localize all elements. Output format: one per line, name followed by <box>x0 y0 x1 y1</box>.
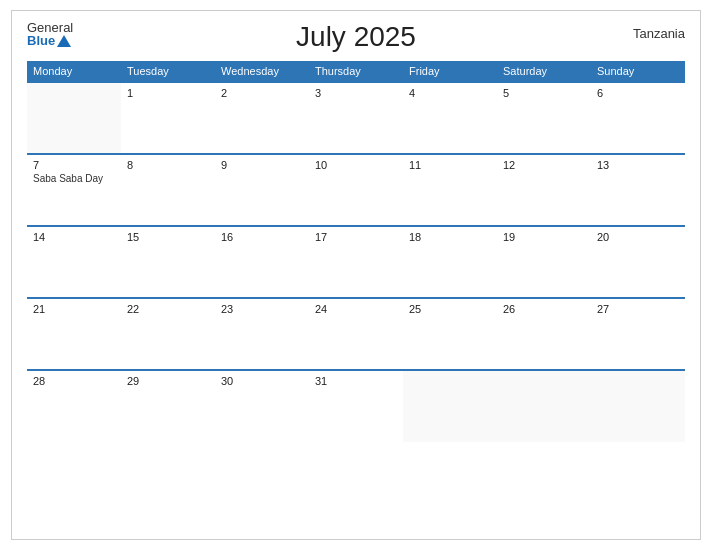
calendar-header: General Blue July 2025 Tanzania <box>27 21 685 53</box>
calendar-cell: 28 <box>27 370 121 442</box>
calendar-week-row: 28293031 <box>27 370 685 442</box>
day-number: 14 <box>33 231 115 243</box>
calendar-cell: 13 <box>591 154 685 226</box>
day-number: 28 <box>33 375 115 387</box>
day-number: 16 <box>221 231 303 243</box>
day-number: 26 <box>503 303 585 315</box>
calendar-cell: 6 <box>591 82 685 154</box>
col-thursday: Thursday <box>309 61 403 82</box>
logo-triangle-icon <box>57 35 71 47</box>
calendar-week-row: 7Saba Saba Day8910111213 <box>27 154 685 226</box>
calendar-cell: 25 <box>403 298 497 370</box>
calendar-cell: 30 <box>215 370 309 442</box>
col-wednesday: Wednesday <box>215 61 309 82</box>
calendar-cell: 8 <box>121 154 215 226</box>
calendar-cell: 19 <box>497 226 591 298</box>
day-number: 3 <box>315 87 397 99</box>
calendar-cell <box>27 82 121 154</box>
col-monday: Monday <box>27 61 121 82</box>
calendar-cell <box>591 370 685 442</box>
month-title: July 2025 <box>296 21 416 53</box>
day-number: 27 <box>597 303 679 315</box>
day-number: 31 <box>315 375 397 387</box>
calendar-cell: 20 <box>591 226 685 298</box>
day-number: 21 <box>33 303 115 315</box>
calendar-cell: 12 <box>497 154 591 226</box>
calendar-cell: 14 <box>27 226 121 298</box>
logo-blue-text: Blue <box>27 34 73 47</box>
day-number: 23 <box>221 303 303 315</box>
calendar-cell: 21 <box>27 298 121 370</box>
calendar-cell: 27 <box>591 298 685 370</box>
day-number: 30 <box>221 375 303 387</box>
calendar-cell: 10 <box>309 154 403 226</box>
calendar-cell: 15 <box>121 226 215 298</box>
calendar-cell: 11 <box>403 154 497 226</box>
calendar-week-row: 14151617181920 <box>27 226 685 298</box>
day-number: 19 <box>503 231 585 243</box>
calendar-cell: 17 <box>309 226 403 298</box>
calendar-grid: Monday Tuesday Wednesday Thursday Friday… <box>27 61 685 442</box>
day-number: 17 <box>315 231 397 243</box>
calendar-cell: 23 <box>215 298 309 370</box>
day-number: 11 <box>409 159 491 171</box>
calendar-cell: 31 <box>309 370 403 442</box>
day-number: 4 <box>409 87 491 99</box>
day-number: 20 <box>597 231 679 243</box>
country-label: Tanzania <box>633 26 685 41</box>
calendar-cell: 4 <box>403 82 497 154</box>
calendar-cell <box>403 370 497 442</box>
calendar-cell: 16 <box>215 226 309 298</box>
col-friday: Friday <box>403 61 497 82</box>
day-number: 10 <box>315 159 397 171</box>
col-sunday: Sunday <box>591 61 685 82</box>
calendar-week-row: 123456 <box>27 82 685 154</box>
calendar-week-row: 21222324252627 <box>27 298 685 370</box>
day-number: 13 <box>597 159 679 171</box>
day-number: 9 <box>221 159 303 171</box>
day-number: 18 <box>409 231 491 243</box>
calendar-cell: 29 <box>121 370 215 442</box>
day-number: 1 <box>127 87 209 99</box>
calendar-cell: 3 <box>309 82 403 154</box>
col-tuesday: Tuesday <box>121 61 215 82</box>
day-number: 12 <box>503 159 585 171</box>
event-label: Saba Saba Day <box>33 173 115 184</box>
calendar-container: General Blue July 2025 Tanzania Monday T… <box>11 10 701 540</box>
calendar-cell: 9 <box>215 154 309 226</box>
calendar-cell: 24 <box>309 298 403 370</box>
day-number: 2 <box>221 87 303 99</box>
calendar-cell: 7Saba Saba Day <box>27 154 121 226</box>
day-number: 7 <box>33 159 115 171</box>
day-number: 8 <box>127 159 209 171</box>
day-number: 29 <box>127 375 209 387</box>
day-number: 22 <box>127 303 209 315</box>
day-number: 25 <box>409 303 491 315</box>
col-saturday: Saturday <box>497 61 591 82</box>
calendar-cell: 2 <box>215 82 309 154</box>
day-number: 24 <box>315 303 397 315</box>
logo: General Blue <box>27 21 73 47</box>
calendar-cell: 5 <box>497 82 591 154</box>
calendar-cell: 1 <box>121 82 215 154</box>
calendar-cell: 26 <box>497 298 591 370</box>
day-number: 5 <box>503 87 585 99</box>
calendar-cell: 22 <box>121 298 215 370</box>
weekday-header-row: Monday Tuesday Wednesday Thursday Friday… <box>27 61 685 82</box>
calendar-cell: 18 <box>403 226 497 298</box>
day-number: 15 <box>127 231 209 243</box>
day-number: 6 <box>597 87 679 99</box>
calendar-cell <box>497 370 591 442</box>
